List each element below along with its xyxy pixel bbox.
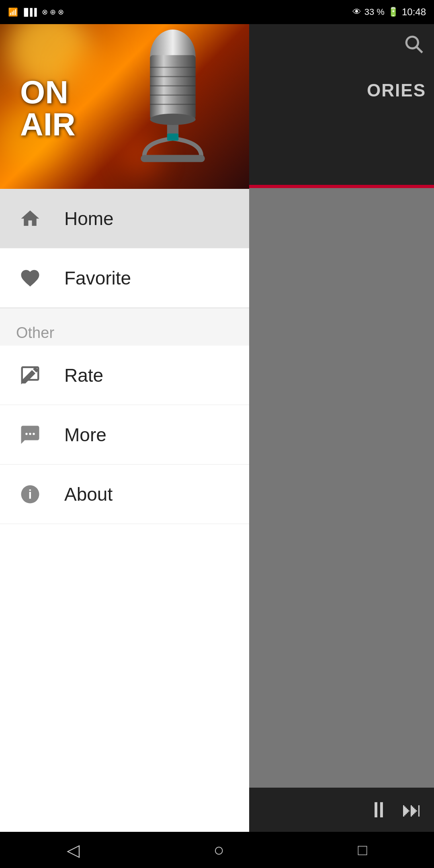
extra-icons: ⊗ ⊕ ⊗	[42, 8, 64, 16]
rate-label: Rate	[64, 364, 103, 386]
svg-point-15	[33, 433, 35, 435]
status-bar: 📶 ▐▌▌▌ ⊗ ⊕ ⊗ 👁 33 % 🔋 10:48	[0, 0, 434, 24]
svg-point-14	[29, 433, 31, 435]
top-right-panel: ORIES	[245, 24, 434, 189]
status-right: 👁 33 % 🔋 10:48	[352, 6, 426, 18]
menu-item-about[interactable]: i About	[0, 465, 249, 524]
status-left: 📶 ▐▌▌▌ ⊗ ⊕ ⊗	[8, 7, 64, 17]
menu-item-home[interactable]: Home	[0, 189, 249, 248]
on-air-text: ON AIR	[20, 76, 76, 141]
home-button[interactable]: ○	[213, 840, 224, 860]
menu-item-rate[interactable]: Rate	[0, 346, 249, 405]
menu-item-more[interactable]: More	[0, 405, 249, 465]
categories-partial-text: ORIES	[367, 80, 426, 100]
svg-point-13	[25, 433, 27, 435]
navigation-drawer: ON AIR	[0, 24, 249, 832]
bottom-navigation: ◁ ○ □	[0, 832, 434, 868]
next-button[interactable]: ⏭	[402, 798, 422, 821]
search-button[interactable]	[402, 32, 426, 56]
menu-list: Home Favorite Other	[0, 189, 249, 832]
svg-point-0	[406, 37, 418, 48]
rate-icon	[16, 361, 44, 389]
svg-rect-12	[167, 133, 178, 141]
recent-apps-button[interactable]: □	[358, 841, 367, 859]
battery-text: 33 %	[364, 7, 385, 17]
other-section-header: Other	[0, 308, 249, 346]
svg-point-10	[150, 114, 195, 125]
red-accent-bar	[245, 185, 434, 188]
info-icon: i	[16, 480, 44, 508]
about-label: About	[64, 483, 113, 505]
svg-line-1	[417, 47, 422, 53]
favorite-label: Favorite	[64, 267, 131, 289]
svg-text:i: i	[29, 487, 32, 502]
home-label: Home	[64, 208, 114, 229]
hero-image: ON AIR	[0, 24, 249, 189]
eye-icon: 👁	[352, 7, 361, 17]
time-display: 10:48	[402, 6, 426, 18]
more-label: More	[64, 424, 106, 446]
svg-rect-11	[141, 155, 205, 162]
right-content-panel	[245, 188, 434, 807]
back-button[interactable]: ◁	[67, 840, 80, 860]
player-bar: ⏸ ⏭	[245, 788, 434, 832]
microphone-image	[129, 28, 217, 185]
battery-icon: 🔋	[388, 7, 399, 17]
pause-button[interactable]: ⏸	[368, 797, 390, 823]
svg-rect-3	[150, 55, 195, 119]
menu-item-favorite[interactable]: Favorite	[0, 248, 249, 308]
signal-bars: ▐▌▌▌	[21, 8, 39, 16]
wifi-icon: 📶	[8, 7, 18, 17]
home-icon	[16, 205, 44, 233]
more-icon	[16, 421, 44, 449]
heart-icon	[16, 264, 44, 292]
other-section-divider: Other	[0, 308, 249, 346]
